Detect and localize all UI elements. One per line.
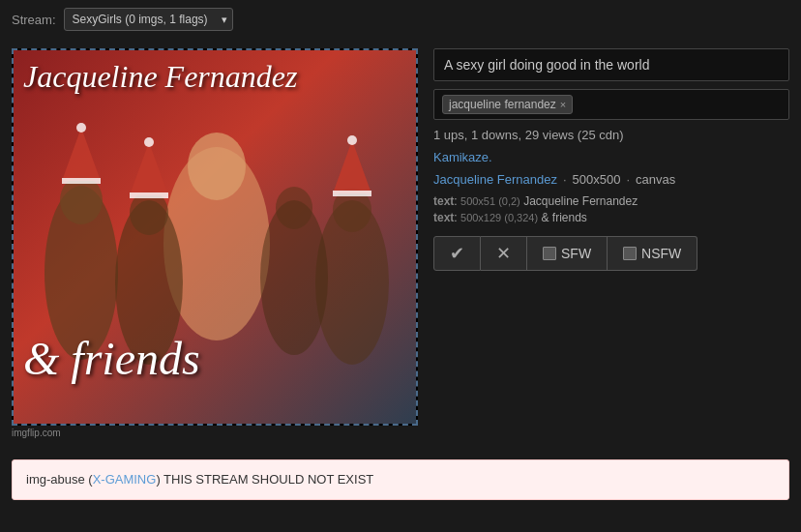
detection-line-2: text: 500x129 (0,324) & friends bbox=[433, 211, 789, 224]
source-link[interactable]: Kamikaze. bbox=[433, 150, 492, 164]
title-input[interactable] bbox=[433, 48, 789, 81]
det1-key: text bbox=[433, 194, 454, 208]
sep2: · bbox=[626, 172, 630, 187]
nsfw-icon-box bbox=[623, 247, 637, 260]
svg-rect-15 bbox=[130, 192, 168, 198]
abuse-link[interactable]: X-GAMING bbox=[93, 472, 157, 487]
top-bar: Stream: SexyGirls (0 imgs, 1 flags) bbox=[0, 0, 801, 39]
svg-point-2 bbox=[188, 133, 246, 200]
image-meta: 500x500 bbox=[573, 172, 621, 187]
tags-container: jacqueline fernandez × bbox=[433, 89, 789, 120]
image-panel: Jacqueline Fernandez & friends imgflip.c… bbox=[12, 48, 418, 440]
svg-point-19 bbox=[347, 135, 357, 145]
det2-coords: 500x129 (0,324) bbox=[460, 212, 538, 223]
detection-line-1: text: 500x51 (0,2) Jacqueline Fernandez bbox=[433, 194, 789, 208]
tag-jacqueline: jacqueline fernandez × bbox=[442, 95, 573, 114]
abuse-suffix: ) THIS STREAM SHOULD NOT EXIST bbox=[156, 472, 373, 487]
detection-lines: text: 500x51 (0,2) Jacqueline Fernandez … bbox=[433, 194, 789, 224]
tag-label: jacqueline fernandez bbox=[449, 98, 556, 111]
image-text-bottom: & friends bbox=[23, 334, 406, 385]
det1-value: Jacqueline Fernandez bbox=[523, 194, 638, 208]
stream-label: Stream: bbox=[12, 13, 56, 27]
svg-rect-18 bbox=[333, 191, 371, 196]
info-panel: jacqueline fernandez × 1 ups, 1 downs, 2… bbox=[433, 48, 789, 271]
stream-select[interactable]: SexyGirls (0 imgs, 1 flags) bbox=[64, 8, 233, 31]
image-type: canvas bbox=[636, 172, 675, 187]
imgflip-credit: imgflip.com bbox=[12, 426, 418, 440]
action-buttons: ✔ ✕ SFW NSFW bbox=[433, 236, 789, 271]
reject-button[interactable]: ✕ bbox=[481, 236, 527, 271]
main-content: Jacqueline Fernandez & friends imgflip.c… bbox=[0, 39, 801, 450]
sfw-label: SFW bbox=[561, 246, 591, 261]
nsfw-label: NSFW bbox=[641, 246, 681, 261]
det2-value: & friends bbox=[541, 211, 586, 224]
svg-point-10 bbox=[276, 187, 312, 229]
svg-point-16 bbox=[144, 137, 154, 147]
image-text-top: Jacqueline Fernandez bbox=[23, 60, 406, 94]
tag-remove-button[interactable]: × bbox=[560, 99, 566, 110]
image-container: Jacqueline Fernandez & friends bbox=[12, 48, 418, 426]
nsfw-button[interactable]: NSFW bbox=[608, 236, 697, 271]
abuse-box: img-abuse (X-GAMING) THIS STREAM SHOULD … bbox=[12, 459, 789, 500]
sep1: · bbox=[563, 172, 567, 187]
svg-point-13 bbox=[76, 123, 86, 133]
source-line: Kamikaze. bbox=[433, 150, 789, 164]
image-link[interactable]: Jacqueline Fernandez bbox=[433, 172, 557, 187]
stream-select-wrapper[interactable]: SexyGirls (0 imgs, 1 flags) bbox=[64, 8, 233, 31]
meta-line: Jacqueline Fernandez · 500x500 · canvas bbox=[433, 172, 789, 187]
stats-text: 1 ups, 1 downs, 29 views (25 cdn) bbox=[433, 128, 789, 142]
sfw-button[interactable]: SFW bbox=[527, 236, 608, 271]
sfw-icon-box bbox=[543, 247, 556, 260]
svg-rect-12 bbox=[62, 178, 101, 184]
abuse-prefix: img-abuse ( bbox=[26, 472, 93, 487]
approve-button[interactable]: ✔ bbox=[433, 236, 481, 271]
det2-key: text bbox=[433, 211, 454, 224]
det1-coords: 500x51 (0,2) bbox=[460, 195, 520, 207]
